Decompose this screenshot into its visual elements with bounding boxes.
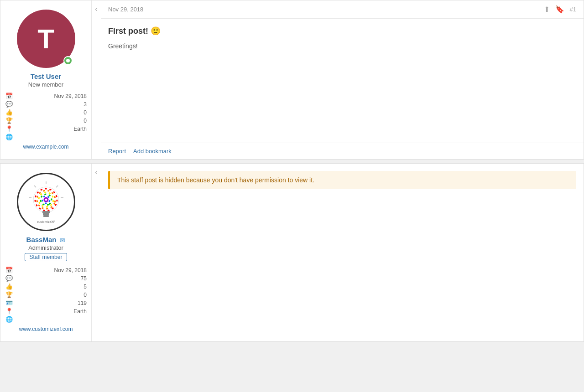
post-item-2: customizeXF BassMan ✉ Administrator Staf…	[0, 163, 584, 342]
reactions-value-1: 0	[83, 109, 87, 116]
stat-contacts-2: 🪪 119	[5, 299, 87, 306]
post-list: T Test User New member 📅 Nov 29, 2018 💬 …	[0, 0, 584, 342]
reactions-icon-1: 👍	[5, 109, 13, 116]
username-2[interactable]: BassMan	[26, 236, 57, 243]
svg-text:customizeXF: customizeXF	[36, 220, 55, 223]
avatar-2: customizeXF	[17, 173, 75, 231]
stat-reactions-2: 👍 5	[5, 283, 87, 290]
location-icon-2: 📍	[5, 308, 13, 315]
avatar-wrap-2: customizeXF	[17, 173, 75, 231]
location-value-2: Earth	[73, 308, 87, 315]
stat-messages-1: 💬 3	[5, 101, 87, 108]
svg-rect-9	[43, 215, 49, 217]
user-title-1: New member	[28, 81, 63, 88]
reactions-value-2: 5	[83, 284, 87, 290]
bookmark-icon-1[interactable]: 🔖	[555, 5, 564, 14]
stat-website-row-2: 🌐	[5, 316, 87, 323]
svg-rect-7	[42, 211, 50, 213]
website-icon-2: 🌐	[5, 316, 13, 323]
svg-line-13	[34, 186, 36, 187]
stat-location-1: 📍 Earth	[5, 125, 87, 132]
messages-icon-1: 💬	[5, 101, 13, 108]
user-stats-1: 📅 Nov 29, 2018 💬 3 👍 0 🏆 0 📍 Eart	[5, 93, 87, 142]
post-num-1: #1	[570, 6, 576, 13]
user-stats-2: 📅 Nov 29, 2018 💬 75 👍 5 🏆 0 🪪 119	[5, 267, 87, 324]
join-value-1: Nov 29, 2018	[54, 93, 87, 99]
post-content-1: Nov 29, 2018 ⬆ 🔖 #1 First post! 🙂 Greeti…	[101, 0, 584, 159]
post-footer-1: Report Add bookmark	[101, 143, 584, 159]
post-content-2: This staff post is hidden because you do…	[101, 164, 584, 341]
post-sidebar-1: T Test User New member 📅 Nov 29, 2018 💬 …	[0, 0, 92, 159]
post-sidebar-2: customizeXF BassMan ✉ Administrator Staf…	[0, 164, 92, 341]
svg-rect-8	[43, 213, 49, 215]
nav-arrow-left-2[interactable]: ‹	[92, 164, 101, 176]
post-item-1: T Test User New member 📅 Nov 29, 2018 💬 …	[0, 0, 584, 160]
svg-point-0	[33, 187, 59, 212]
stat-trophies-2: 🏆 0	[5, 291, 87, 298]
stat-location-2: 📍 Earth	[5, 308, 87, 315]
svg-point-3	[36, 189, 56, 210]
website-link-2[interactable]: www.customizexf.com	[19, 326, 73, 332]
staff-badge-2: Staff member	[25, 253, 68, 261]
post-title-1: First post! 🙂	[108, 26, 576, 36]
website-link-1[interactable]: www.example.com	[23, 144, 68, 150]
join-icon-1: 📅	[5, 93, 13, 99]
post-body-1: First post! 🙂 Greetings!	[101, 19, 584, 143]
messages-value-2: 75	[81, 275, 87, 282]
add-bookmark-link-1[interactable]: Add bookmark	[133, 148, 172, 155]
post-header-actions-1: ⬆ 🔖 #1	[544, 5, 576, 14]
messages-icon-2: 💬	[5, 275, 13, 282]
post-text-1: Greetings!	[108, 41, 576, 51]
contacts-icon-2: 🪪	[5, 299, 13, 306]
location-value-1: Earth	[73, 126, 87, 132]
trophies-value-2: 0	[83, 292, 87, 298]
report-link-1[interactable]: Report	[108, 148, 126, 155]
stat-join-2: 📅 Nov 29, 2018	[5, 267, 87, 273]
avatar-letter-1: T	[37, 23, 54, 55]
share-icon-1[interactable]: ⬆	[544, 5, 550, 14]
user-title-2: Administrator	[28, 244, 63, 251]
stat-messages-2: 💬 75	[5, 275, 87, 282]
hidden-notice-2: This staff post is hidden because you do…	[108, 171, 576, 189]
stat-reactions-1: 👍 0	[5, 109, 87, 116]
trophies-value-1: 0	[83, 118, 87, 124]
contacts-value-2: 119	[78, 300, 87, 306]
join-icon-2: 📅	[5, 267, 13, 273]
reactions-icon-2: 👍	[5, 283, 13, 290]
username-row-2: BassMan ✉	[26, 236, 66, 244]
trophies-icon-2: 🏆	[5, 291, 13, 298]
trophies-icon-1: 🏆	[5, 117, 13, 124]
svg-point-6	[44, 198, 48, 201]
website-icon-1: 🌐	[5, 134, 13, 140]
mail-icon-2[interactable]: ✉	[60, 237, 65, 244]
post-date-1: Nov 29, 2018	[108, 6, 544, 13]
stat-website-icon-1: 🌐	[5, 134, 87, 140]
messages-value-1: 3	[83, 101, 87, 108]
stat-join-1: 📅 Nov 29, 2018	[5, 93, 87, 99]
svg-point-5	[42, 196, 50, 204]
username-1[interactable]: Test User	[31, 72, 61, 80]
stat-trophies-1: 🏆 0	[5, 117, 87, 124]
location-icon-1: 📍	[5, 125, 13, 132]
avatar-wrap-1: T	[17, 10, 75, 68]
nav-arrow-left-1[interactable]: ‹	[92, 0, 101, 13]
join-value-2: Nov 29, 2018	[54, 267, 87, 273]
svg-line-11	[56, 186, 58, 187]
online-indicator-1	[63, 56, 73, 65]
post-header-1: Nov 29, 2018 ⬆ 🔖 #1	[101, 0, 584, 19]
